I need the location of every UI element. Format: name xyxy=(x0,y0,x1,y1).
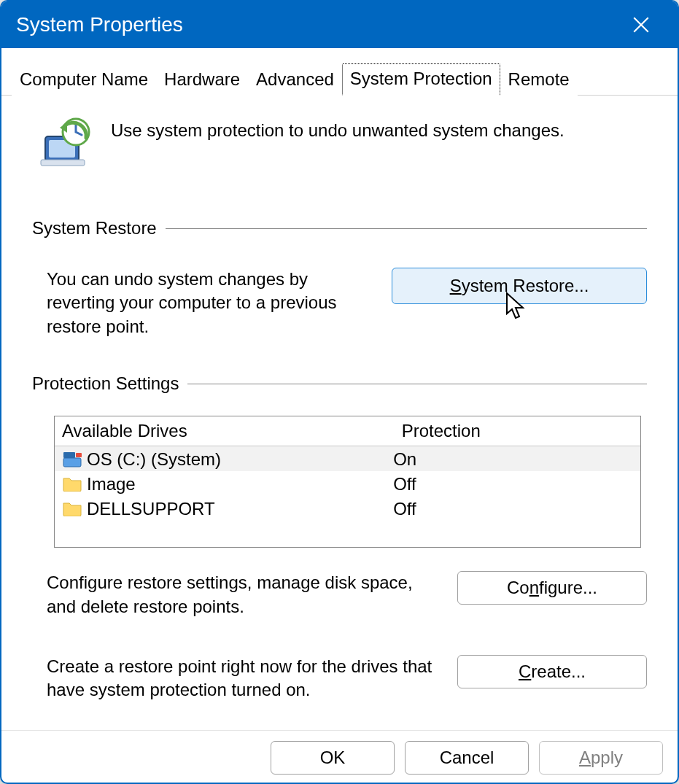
intro: Use system protection to undo unwanted s… xyxy=(32,110,647,183)
column-protection[interactable]: Protection xyxy=(395,416,640,446)
configure-text: Configure restore settings, manage disk … xyxy=(47,571,435,618)
tab-content: Use system protection to undo unwanted s… xyxy=(1,96,678,702)
svg-rect-9 xyxy=(76,453,82,457)
tab-strip: Computer Name Hardware Advanced System P… xyxy=(1,48,678,96)
drive-name: OS (C:) (System) xyxy=(87,449,393,470)
drive-protection: On xyxy=(393,449,633,470)
drive-row[interactable]: DELLSUPPORT Off xyxy=(55,496,640,521)
drives-table[interactable]: Available Drives Protection OS (C:) (Sys… xyxy=(54,416,641,548)
window-title: System Properties xyxy=(16,13,619,36)
titlebar: System Properties xyxy=(1,1,678,48)
system-properties-window: System Properties Computer Name Hardware… xyxy=(0,0,679,784)
divider xyxy=(187,384,647,384)
tab-computer-name[interactable]: Computer Name xyxy=(12,64,156,96)
tab-remote[interactable]: Remote xyxy=(500,64,578,96)
system-restore-button[interactable]: System Restore... xyxy=(392,268,647,304)
folder-icon xyxy=(62,500,82,518)
drive-name: Image xyxy=(87,474,393,494)
system-restore-text: You can undo system changes by reverting… xyxy=(47,268,370,338)
cancel-button[interactable]: Cancel xyxy=(405,741,529,775)
apply-button: Apply xyxy=(539,741,663,775)
close-icon xyxy=(632,15,651,34)
tab-hardware[interactable]: Hardware xyxy=(156,64,248,96)
drives-header: Available Drives Protection xyxy=(55,416,640,446)
drive-protection: Off xyxy=(393,474,633,494)
tab-system-protection[interactable]: System Protection xyxy=(342,63,500,96)
drive-row[interactable]: OS (C:) (System) On xyxy=(55,446,640,471)
system-restore-icon xyxy=(39,116,92,168)
drive-name: DELLSUPPORT xyxy=(87,499,393,519)
svg-rect-4 xyxy=(41,160,85,166)
dialog-footer: OK Cancel Apply xyxy=(1,730,678,774)
divider xyxy=(166,228,647,229)
system-restore-legend: System Restore xyxy=(32,218,157,238)
create-text: Create a restore point right now for the… xyxy=(47,655,435,702)
tab-advanced[interactable]: Advanced xyxy=(248,64,342,96)
drive-row[interactable]: Image Off xyxy=(55,471,640,496)
column-available-drives[interactable]: Available Drives xyxy=(55,416,395,446)
system-drive-icon xyxy=(62,451,82,468)
ok-button[interactable]: OK xyxy=(271,741,395,775)
folder-icon xyxy=(62,476,82,493)
protection-settings-group: Protection Settings Available Drives Pro… xyxy=(32,373,647,702)
intro-text: Use system protection to undo unwanted s… xyxy=(111,116,564,141)
configure-button[interactable]: Configure... xyxy=(457,571,647,605)
svg-rect-7 xyxy=(63,458,81,467)
close-button[interactable] xyxy=(619,3,663,47)
svg-rect-8 xyxy=(63,452,75,458)
system-restore-group: System Restore You can undo system chang… xyxy=(32,218,647,338)
create-button[interactable]: Create... xyxy=(457,655,647,688)
protection-settings-legend: Protection Settings xyxy=(32,373,179,394)
drive-protection: Off xyxy=(393,499,633,519)
